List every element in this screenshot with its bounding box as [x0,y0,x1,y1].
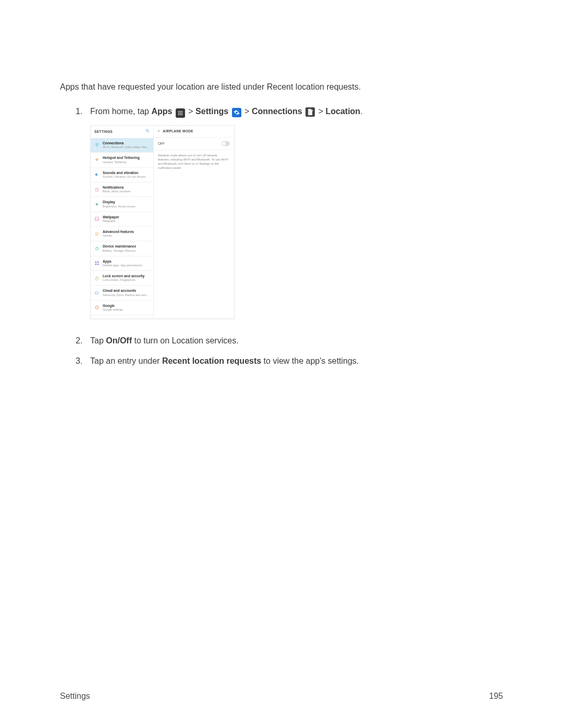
shot-item-google: GoogleGoogle settings [91,300,153,315]
row-sub: Lock screen, Fingerprints [103,278,144,282]
back-chevron-icon: ‹ [158,129,160,133]
apps-grid-icon [176,108,185,118]
connections-page-icon [305,107,315,117]
row-title: Device maintenance [103,244,136,249]
row-sub: Wallpaper [103,219,119,223]
svg-rect-13 [95,188,99,191]
row-title: Hotspot and Tethering [103,156,140,160]
footer-page-number: 195 [489,690,503,702]
step1-period: . [360,107,362,116]
svg-point-16 [96,203,97,205]
step2-b: On/Off [106,336,132,345]
step2-c: to turn on Location services. [132,336,239,345]
step2-a: Tap [90,336,106,345]
shot-right-header: ‹ AIRPLANE MODE [154,126,234,137]
step3-a: Tap an entry under [90,356,162,365]
row-sub: Battery, Storage, Memory [103,249,136,253]
svg-rect-25 [95,262,97,263]
device-screenshot: SETTINGS ConnectionsWi-Fi, Bluetooth, Da… [90,125,235,319]
cloud-icon [94,290,100,295]
step-list: From home, tap Apps > Settings > Connect… [76,105,503,375]
svg-point-9 [146,130,148,132]
row-title: Sounds and vibration [103,171,145,175]
lock-icon [94,276,100,281]
hotspot-icon [94,157,100,163]
shot-item-cloud: Cloud and accountsSamsung Cloud, Backup … [91,285,153,300]
shot-item-notifications: NotificationsBlock, allow, prioritize [91,182,153,196]
svg-rect-29 [96,278,99,280]
shot-off-label: OFF [158,141,165,146]
toggle-switch-icon [222,141,230,146]
step3-b: Recent location requests [162,356,261,365]
shot-desc: Airplane mode allows you to turn off net… [154,150,234,170]
svg-rect-28 [97,264,99,265]
wallpaper-icon [94,216,100,221]
maintenance-icon [94,246,100,251]
step1-sep3: > [316,107,325,116]
row-sub: Wi-Fi, Bluetooth, Data usage, Airplane m… [103,145,150,149]
svg-point-3 [178,113,179,114]
row-title: Google [103,304,123,308]
svg-point-30 [95,306,99,309]
row-sub: Samsung Cloud, Backup and restore [103,293,150,297]
step1-connections: Connections [252,107,302,116]
step-3: Tap an entry under Recent location reque… [76,355,503,375]
shot-right-pane: ‹ AIRPLANE MODE OFF Airplane mode allows… [154,126,234,318]
google-icon [94,305,100,310]
svg-line-10 [148,131,149,132]
svg-point-4 [180,113,181,114]
svg-rect-27 [95,264,97,265]
svg-point-12 [96,159,98,161]
svg-point-7 [180,114,181,115]
row-title: Display [103,200,136,204]
svg-rect-26 [97,262,99,263]
connections-icon [94,142,100,147]
step3-c: to view the app's settings. [261,356,359,365]
svg-point-2 [181,111,182,112]
row-title: Lock screen and security [103,274,144,278]
step1-apps: Apps [151,107,172,116]
shot-item-display: DisplayBrightness, Home screen [91,196,153,211]
page-footer: Settings 195 [60,690,503,702]
shot-item-hotspot: Hotspot and TetheringHotspot, Tethering [91,152,153,167]
row-sub: Sounds, Vibration, Do not disturb [103,175,145,179]
shot-item-lock: Lock screen and securityLock screen, Fin… [91,270,153,285]
shot-left-title: SETTINGS [94,129,113,134]
step1-sep2: > [242,107,252,116]
row-title: Apps [103,260,142,264]
step1-location: Location [325,107,360,116]
settings-gear-icon [232,108,241,117]
svg-point-11 [96,146,97,147]
step1-sep1: > [186,107,195,116]
step1-settings: Settings [195,107,228,116]
row-title: Accessibility [103,318,150,319]
svg-point-23 [96,233,97,235]
row-title: Notifications [103,186,130,190]
shot-item-advanced: Advanced featuresGames [91,226,153,241]
shot-item-apps: AppsDefault apps, App permissions [91,256,153,270]
manual-page: Apps that have requested your location a… [0,0,563,728]
svg-point-0 [178,111,179,112]
row-sub: Google settings [103,308,123,312]
svg-point-1 [180,111,181,112]
row-sub: Games [103,234,134,238]
step-2: Tap On/Off to turn on Location services. [76,335,503,355]
advanced-icon [94,231,100,237]
row-sub: Brightness, Home screen [103,205,136,208]
svg-point-5 [181,113,182,114]
shot-item-accessibility: AccessibilityVision, Hearing, Dexterity … [91,315,153,319]
row-title: Wallpaper [103,215,119,219]
shot-item-sounds: Sounds and vibrationSounds, Vibration, D… [91,167,153,182]
row-sub: Default apps, App permissions [103,264,142,267]
svg-point-6 [178,114,179,115]
notifications-icon [94,187,100,192]
shot-left-pane: SETTINGS ConnectionsWi-Fi, Bluetooth, Da… [91,126,154,318]
row-title: Connections [103,141,150,145]
svg-point-8 [181,114,182,115]
row-sub: Hotspot, Tethering [103,161,140,164]
shot-toggle-row: OFF [154,138,234,150]
step-1: From home, tap Apps > Settings > Connect… [76,105,503,335]
apps-icon [94,261,100,266]
footer-left: Settings [60,690,90,702]
shot-right-title: AIRPLANE MODE [163,129,193,133]
